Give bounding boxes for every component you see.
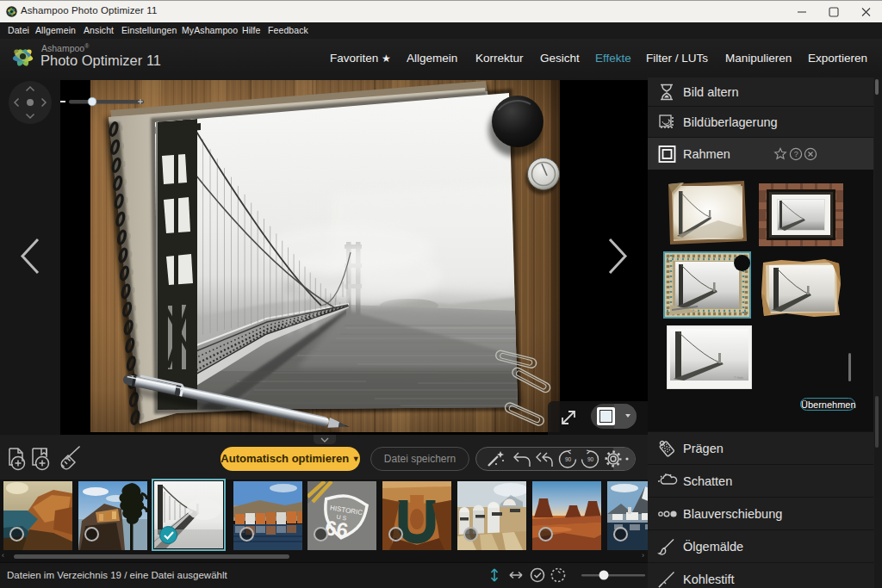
svg-text:90: 90 <box>587 456 594 462</box>
svg-text:90: 90 <box>565 456 572 462</box>
svg-text:© foto: © foto <box>734 375 744 380</box>
svg-text:?: ? <box>794 150 798 158</box>
svg-text:66: 66 <box>323 516 350 542</box>
